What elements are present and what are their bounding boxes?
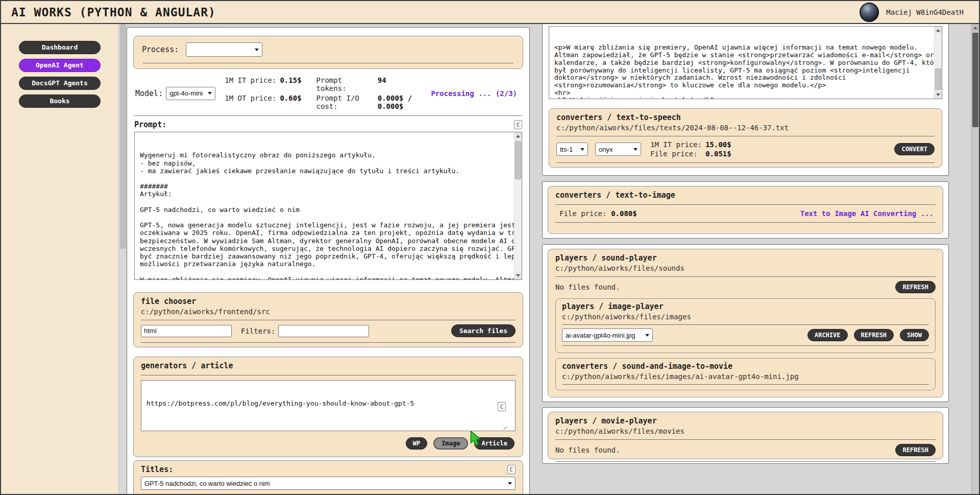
tts-model-select[interactable]: tts-1 [556, 143, 588, 156]
chevron-down-icon [208, 92, 212, 95]
generators-title: generators / article [141, 361, 516, 370]
movie-player-empty-text: No files found. [555, 446, 620, 454]
model-row: Model: gpt-4o-mini 1M IT price: 0.15$ Pr… [135, 76, 521, 110]
article-url-textarea[interactable]: https://botpress.com/pl/blog/everything-… [141, 380, 516, 431]
sound-player-empty-text: No files found. [555, 283, 620, 291]
prompt-header: Prompt: C [134, 120, 522, 129]
convert-button[interactable]: CONVERT [894, 143, 935, 155]
show-button[interactable]: SHOW [900, 329, 929, 341]
tts-it-price-value: 15.00$ [705, 140, 731, 149]
sound-image-to-movie-section: converters / sound-and-image-to-movie c:… [555, 358, 936, 390]
article-output-panel: <p>W miarę zbliżania się premiery, OpenA… [542, 24, 949, 176]
copy-button[interactable]: C [498, 402, 506, 411]
image-player-section: players / image-player c:/python/aiworks… [555, 298, 936, 353]
image-refresh-button[interactable]: REFRESH [854, 329, 894, 341]
movie-player-section: players / movie-player c:/python/aiworks… [548, 412, 943, 459]
user-name: Maciej W8inG4DeatH [886, 8, 964, 16]
prompt-textarea[interactable]: Wygeneruj mi fotorealistyczny obraz do p… [134, 132, 522, 280]
search-files-button[interactable]: Search files [451, 324, 516, 337]
archive-button[interactable]: ARCHIVE [807, 329, 848, 341]
prompt-tokens-label: Prompt tokens: [316, 76, 374, 92]
wp-button[interactable]: WP [406, 437, 427, 450]
ot-price-label: 1M OT price: [225, 94, 276, 110]
sound-refresh-button[interactable]: REFRESH [895, 281, 936, 293]
content-area: Process: Model: gpt-4o-mini [127, 24, 973, 494]
file-chooser-section: file chooser c:/python/aiworks/frontend/… [133, 292, 523, 347]
it-price-value: 0.15$ [280, 76, 301, 92]
scroll-up-icon[interactable] [514, 132, 522, 140]
divider [562, 324, 929, 325]
avatar[interactable] [860, 3, 879, 22]
scrollbar-thumb[interactable] [515, 141, 521, 179]
chevron-down-icon [580, 148, 584, 151]
text-to-speech-section: converters / text-to-speech c:/python/ai… [549, 108, 942, 168]
scroll-up-icon[interactable] [935, 27, 942, 34]
tts-file-price-value: 0.051$ [705, 150, 731, 158]
main-body: Dashboard OpenAI Agent DocsGPT Agents Bo… [1, 24, 979, 494]
scroll-down-icon[interactable] [514, 272, 522, 279]
tts-voice-select[interactable]: onyx [595, 143, 641, 156]
divider [555, 222, 936, 223]
divider [555, 439, 936, 440]
divider [555, 204, 936, 205]
model-select[interactable]: gpt-4o-mini [166, 87, 215, 100]
scrollbar[interactable] [934, 27, 942, 99]
scrollbar[interactable] [514, 132, 522, 279]
app-window: AI WORKS (PYTHON & ANGULAR) Maciej W8inG… [0, 0, 980, 495]
sidebar-item-books[interactable]: Books [19, 95, 101, 108]
resize-handle-icon[interactable] [501, 424, 507, 430]
tts-file-price-label: File price: [650, 150, 702, 158]
movie-converter-title: converters / sound-and-image-to-movie [562, 362, 929, 371]
io-cost-value: 0.000$ / 0.000$ [378, 94, 431, 110]
divider [555, 461, 936, 462]
chevron-down-icon [508, 482, 512, 485]
scroll-down-icon[interactable] [935, 91, 942, 99]
chevron-down-icon [255, 49, 259, 51]
file-chooser-path: c:/python/aiworks/frontend/src [141, 308, 516, 316]
tti-status: Text to Image AI Converting ... [800, 209, 934, 218]
movie-refresh-button[interactable]: REFRESH [895, 444, 936, 456]
model-pricing: 1M IT price: 0.15$ Prompt tokens: 94 1M … [225, 76, 431, 110]
sidebar-item-docsgpt-agents[interactable]: DocsGPT Agents [19, 77, 101, 90]
io-cost-label: Prompt I/O cost: [316, 94, 374, 110]
divider [556, 136, 935, 136]
app-title: AI WORKS (PYTHON & ANGULAR) [11, 6, 216, 19]
content-scrollbar[interactable] [118, 24, 127, 494]
divider [556, 162, 935, 163]
divider [562, 345, 929, 346]
header: AI WORKS (PYTHON & ANGULAR) Maciej W8inG… [1, 1, 979, 24]
content-scrollbar-thumb[interactable] [120, 24, 126, 249]
window-scrollbar-thumb[interactable] [972, 33, 978, 127]
article-html-textarea[interactable]: <p>W miarę zbliżania się premiery, OpenA… [549, 26, 942, 99]
image-file-select[interactable]: ai-avatar-gpt4o-mini.jpg [562, 328, 653, 342]
scrollbar-thumb[interactable] [935, 68, 941, 90]
user-info[interactable]: Maciej W8inG4DeatH [860, 3, 964, 22]
copy-button[interactable]: C [507, 465, 516, 474]
mouse-cursor-icon [470, 431, 483, 446]
movie-player-panel: players / movie-player c:/python/aiworks… [542, 407, 949, 464]
titles-template-section: Titles: C GPT-5 nadchodzi, co warto wied… [133, 460, 523, 494]
process-select[interactable] [186, 42, 262, 57]
generators-article-section: generators / article https://botpress.co… [133, 357, 523, 457]
text-to-image-panel: converters / text-to-image File price: 0… [542, 181, 949, 239]
prompt-label: Prompt: [134, 120, 166, 129]
process-section: Process: [133, 36, 523, 69]
window-scrollbar[interactable] [971, 24, 979, 494]
sidebar-item-dashboard[interactable]: Dashboard [19, 41, 101, 54]
search-input[interactable] [141, 325, 232, 337]
scroll-up-icon[interactable] [972, 24, 979, 32]
titles-select[interactable]: GPT-5 nadchodzi, co warto wiedzieć o nim [141, 477, 516, 490]
movie-converter-path: c:/python/aiworks/files/images/ai-avatar… [562, 372, 929, 381]
openai-agent-panel: Process: Model: gpt-4o-mini [127, 27, 530, 494]
filters-input[interactable] [278, 325, 369, 337]
divider [134, 115, 522, 116]
sidebar-item-openai-agent[interactable]: OpenAI Agent [19, 59, 101, 72]
titles-header: Titles: C [141, 465, 516, 474]
copy-button[interactable]: C [514, 120, 522, 129]
tti-file-price: File price: 0.080$ [559, 209, 637, 218]
model-label: Model: [135, 89, 163, 98]
generator-buttons: WP Image Article [141, 437, 514, 450]
filters-label: Filters: [241, 327, 275, 335]
image-button[interactable]: Image [433, 437, 468, 450]
process-label: Process: [142, 45, 179, 54]
